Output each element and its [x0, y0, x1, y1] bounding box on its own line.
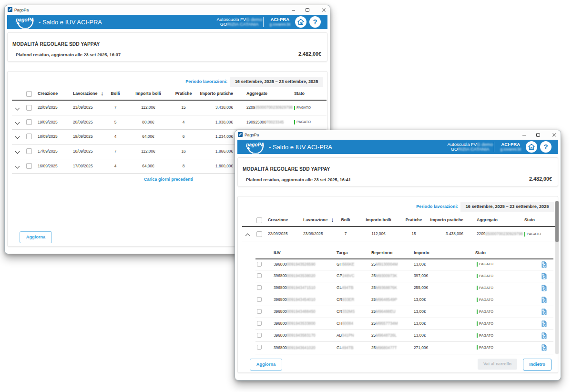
svg-text:?: ? [543, 143, 548, 151]
svg-text:?: ? [313, 18, 317, 26]
svg-text:pagoPA: pagoPA [245, 142, 264, 147]
svg-text:pagoPA: pagoPA [15, 17, 34, 22]
